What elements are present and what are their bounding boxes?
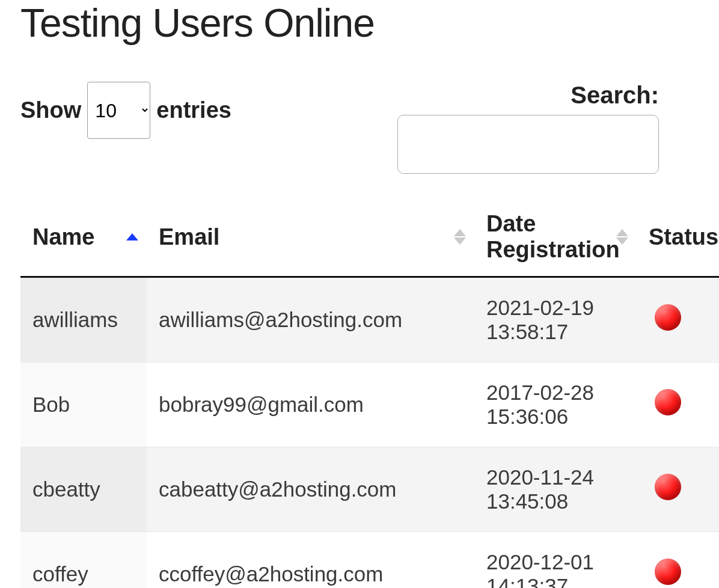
column-header-email[interactable]: Email (147, 198, 474, 277)
cell-email: bobray99@gmail.com (147, 363, 474, 447)
cell-status (637, 532, 719, 589)
status-offline-icon (655, 559, 681, 585)
column-header-status-label: Status (649, 224, 718, 250)
entries-per-page-select[interactable]: 10 (87, 82, 150, 139)
cell-status (637, 447, 719, 532)
sort-icon (454, 229, 466, 245)
column-header-date[interactable]: Date Registration (474, 198, 637, 277)
show-label: Show (20, 97, 81, 123)
length-control: Show 10 entries (20, 82, 231, 139)
cell-name: coffey (20, 532, 147, 589)
cell-name: Bob (20, 363, 147, 447)
cell-name: awilliams (20, 277, 147, 363)
cell-date: 2020-11-24 13:45:08 (474, 447, 637, 532)
column-header-date-label: Date Registration (486, 211, 620, 262)
status-offline-icon (655, 304, 681, 331)
cell-name: cbeatty (20, 447, 147, 532)
column-header-name[interactable]: Name (20, 198, 147, 277)
cell-date: 2017-02-28 15:36:06 (474, 363, 637, 447)
cell-email: cabeatty@a2hosting.com (147, 447, 474, 532)
cell-email: ccoffey@a2hosting.com (147, 532, 474, 589)
cell-date: 2021-02-19 13:58:17 (474, 277, 637, 363)
status-offline-icon (655, 474, 681, 500)
users-table: Name Email Date Registration (20, 198, 719, 588)
search-input[interactable] (397, 115, 659, 174)
column-header-email-label: Email (159, 224, 219, 250)
search-control: Search: (397, 82, 719, 174)
column-header-status[interactable]: Status (637, 198, 719, 277)
page-title: Testing Users Online (20, 0, 719, 46)
table-row: awilliamsawilliams@a2hosting.com2021-02-… (20, 277, 719, 363)
sort-icon (616, 229, 628, 245)
table-row: Bobbobray99@gmail.com2017-02-28 15:36:06 (20, 363, 719, 447)
cell-date: 2020-12-01 14:13:37 (474, 532, 637, 589)
table-row: coffeyccoffey@a2hosting.com2020-12-01 14… (20, 532, 719, 589)
cell-status (637, 277, 719, 363)
cell-email: awilliams@a2hosting.com (147, 277, 474, 363)
search-label: Search: (397, 82, 659, 109)
column-header-name-label: Name (32, 224, 95, 250)
entries-label: entries (156, 97, 231, 123)
sort-asc-icon (126, 233, 138, 240)
table-row: cbeattycabeatty@a2hosting.com2020-11-24 … (20, 447, 719, 532)
cell-status (637, 363, 719, 447)
status-offline-icon (655, 389, 681, 415)
